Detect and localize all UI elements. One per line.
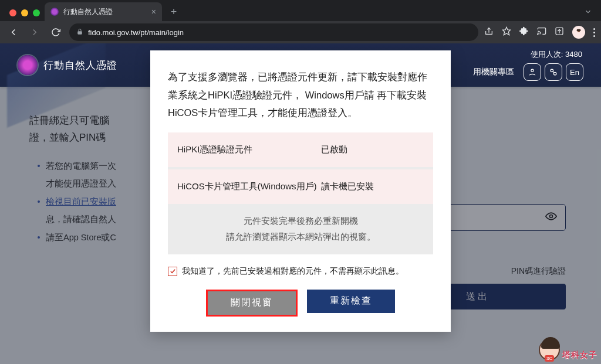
brand[interactable]: 行動自然人憑證 [18,55,117,75]
tabs-dropdown-button[interactable] [580,4,596,20]
user-count: 使用人次: 3480 [531,49,582,60]
svg-point-2 [538,34,538,35]
dialog-buttons: 關閉視窗 重新檢查 [168,290,433,317]
window-zoom-button[interactable] [33,9,40,16]
chrome-menu-button[interactable] [593,28,595,37]
component-dialog: 為了支援多瀏覽器，已將憑證元件更新，請下載安裝對應作業系統之HiPKI憑證驗證元… [150,50,451,332]
browser-tab[interactable]: 行動自然人憑證 × [45,2,162,21]
brand-text: 行動自然人憑證 [43,59,117,72]
window-close-button[interactable] [9,9,16,16]
note-text: 請允許瀏覽器顯示本網站彈出的視窗。 [226,232,376,243]
svg-point-7 [531,69,534,72]
checkbox-icon [168,267,177,276]
svg-marker-1 [502,27,510,35]
update-icon[interactable] [555,26,564,38]
window-controls [5,9,45,21]
share-icon[interactable] [484,26,494,38]
extensions-icon[interactable] [519,26,529,38]
back-button[interactable] [6,25,21,40]
sticker-text: 塔科女子 [562,350,597,360]
table-row: HiCOS卡片管理工具(Windows用戶) 讀卡機已安裝 [168,169,433,204]
bookmark-icon[interactable] [502,26,511,38]
link-icon-button[interactable] [545,63,562,81]
component-status-table: HiPKI憑證驗證元件 已啟動 HiCOS卡片管理工具(Windows用戶) 讀… [168,132,433,254]
tab-favicon [50,8,59,16]
acknowledge-checkbox[interactable]: 我知道了，先前已安裝過相對應的元件，不需再顯示此訊息。 [168,266,433,277]
cast-icon[interactable] [537,26,546,38]
watermark-sticker: 3C 塔科女子 [539,339,597,360]
close-window-button[interactable]: 關閉視窗 [208,291,296,315]
lock-icon [76,28,83,37]
profile-avatar[interactable] [572,26,585,39]
acknowledge-label: 我知道了，先前已安裝過相對應的元件，不需再顯示此訊息。 [182,266,404,277]
table-row: HiPKI憑證驗證元件 已啟動 [168,132,433,167]
svg-rect-0 [78,31,82,34]
tab-strip: 行動自然人憑證 × + [0,0,601,21]
dialog-message: 為了支援多瀏覽器，已將憑證元件更新，請下載安裝對應作業系統之HiPKI憑證驗證元… [168,68,433,122]
tab-title: 行動自然人憑證 [63,7,147,17]
recheck-button[interactable]: 重新檢查 [307,290,395,313]
new-tab-button[interactable]: + [166,4,182,20]
forward-button[interactable] [27,25,42,40]
close-button-highlight: 關閉視窗 [206,290,298,317]
browser-toolbar: fido.moi.gov.tw/pt/main/login [0,21,601,43]
account-icon-button[interactable] [524,63,541,81]
tab-close-icon[interactable]: × [151,7,156,16]
window-minimize-button[interactable] [21,9,28,16]
reload-button[interactable] [48,25,63,40]
sticker-face-icon: 3C [539,339,560,360]
brand-logo-icon [18,55,38,75]
component-status: 已啟動 [321,144,424,155]
language-button[interactable]: En [566,63,583,81]
notes-row: 元件安裝完畢後務必重新開機 請允許瀏覽器顯示本網站彈出的視窗。 [168,204,433,254]
component-status: 讀卡機已安裝 [321,181,424,192]
modal-overlay: 為了支援多瀏覽器，已將憑證元件更新，請下載安裝對應作業系統之HiPKI憑證驗證元… [0,43,601,364]
nav-agency-link[interactable]: 用機關專區 [473,67,514,77]
address-bar[interactable]: fido.moi.gov.tw/pt/main/login [69,23,478,41]
svg-rect-6 [577,29,581,32]
page-viewport: 行動自然人憑證 使用人次: 3480 用機關專區 [0,43,601,364]
component-name: HiCOS卡片管理工具(Windows用戶) [177,181,321,192]
note-text: 元件安裝完畢後務必重新開機 [244,216,358,227]
url-text: fido.moi.gov.tw/pt/main/login [88,28,184,37]
component-name: HiPKI憑證驗證元件 [177,144,321,155]
